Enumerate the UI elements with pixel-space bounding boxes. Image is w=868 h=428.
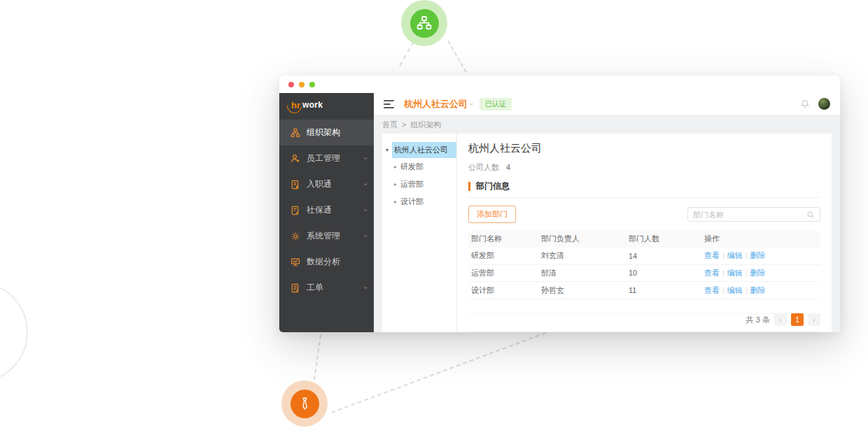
sidebar-item-system-mgmt[interactable]: 系统管理 › — [279, 223, 374, 249]
sidebar-item-label: 工单 — [307, 282, 323, 294]
main-panel: 杭州人社云公司 公司人数4 部门信息 添加部门 — [457, 134, 832, 332]
sidebar-item-label: 组织架构 — [307, 127, 340, 138]
section-title-dept-info: 部门信息 — [468, 182, 820, 191]
chevron-down-icon[interactable]: › — [468, 103, 475, 105]
org-structure-icon — [290, 128, 300, 138]
tree-node-label[interactable]: 设计部 — [400, 197, 424, 207]
pagination-page-1[interactable]: 1 — [791, 313, 804, 326]
col-header-actions: 操作 — [704, 234, 820, 244]
dashed-connector — [447, 41, 467, 73]
cell-actions: 查看|编辑|删除 — [704, 285, 820, 296]
org-tree-panel: ▾ 杭州人社云公司 ▸ 研发部 ▸ 运营部 — [382, 134, 457, 332]
breadcrumb-home[interactable]: 首页 — [382, 120, 398, 130]
logo-work-text: work — [302, 100, 323, 110]
divider — [468, 197, 820, 198]
action-separator: | — [722, 269, 724, 277]
work-order-icon — [290, 283, 300, 293]
analytics-icon — [290, 257, 300, 267]
sidebar-item-social-security[interactable]: 社保通 › — [279, 197, 374, 223]
table-toolbar: 添加部门 — [468, 206, 820, 223]
cell-dept-name: 设计部 — [471, 285, 541, 296]
logo-hr-text: hr — [290, 100, 302, 110]
pagination: 共 3 条 ‹ 1 › — [746, 313, 820, 326]
action-separator: | — [722, 251, 724, 259]
system-icon — [290, 231, 300, 241]
breadcrumb: 首页 > 组织架构 — [382, 115, 832, 134]
tree-node-company[interactable]: ▾ 杭州人社云公司 — [382, 142, 456, 158]
delete-link[interactable]: 删除 — [750, 269, 766, 277]
decor-green-circle — [401, 0, 447, 46]
sidebar-item-onboarding[interactable]: 入职通 › — [279, 171, 374, 197]
view-link[interactable]: 查看 — [704, 251, 720, 259]
delete-link[interactable]: 删除 — [750, 286, 766, 294]
zoom-window-button[interactable] — [309, 82, 315, 87]
minimize-window-button[interactable] — [299, 82, 304, 87]
caret-down-icon[interactable]: ▾ — [386, 147, 392, 153]
bell-icon[interactable] — [800, 99, 810, 109]
page-title: 杭州人社云公司 — [468, 142, 820, 155]
close-window-button[interactable] — [288, 82, 294, 87]
edit-link[interactable]: 编辑 — [727, 286, 743, 294]
dashed-connector — [331, 327, 559, 413]
tree-node-dept[interactable]: ▸ 运营部 — [382, 176, 456, 193]
cell-dept-manager: 孙哲玄 — [541, 285, 629, 296]
app-window: hr work 组织架构 — [279, 76, 840, 332]
view-link[interactable]: 查看 — [704, 286, 720, 294]
sidebar-item-work-order[interactable]: 工单 › — [279, 275, 374, 301]
tree-node-label[interactable]: 研发部 — [400, 162, 424, 172]
tree-node-dept[interactable]: ▸ 研发部 — [382, 158, 456, 176]
edit-link[interactable]: 编辑 — [727, 269, 743, 277]
cell-dept-count: 14 — [629, 252, 704, 260]
action-separator: | — [746, 286, 748, 294]
headcount-value: 4 — [506, 163, 510, 171]
add-department-button[interactable]: 添加部门 — [468, 206, 516, 223]
sidebar-item-org-structure[interactable]: 组织架构 — [279, 120, 374, 145]
table-row: 研发部 刘玄清 14 查看|编辑|删除 — [468, 248, 820, 265]
sidebar-item-employee-mgmt[interactable]: 员工管理 › — [279, 145, 374, 171]
tree-node-dept[interactable]: ▸ 设计部 — [382, 193, 456, 211]
tree-node-label[interactable]: 运营部 — [400, 179, 424, 190]
delete-link[interactable]: 删除 — [750, 251, 766, 259]
cell-dept-name: 运营部 — [471, 268, 541, 278]
dashed-connector — [399, 41, 414, 66]
breadcrumb-current: 组织架构 — [410, 120, 441, 130]
department-search — [687, 207, 820, 222]
sidebar-menu: 组织架构 员工管理 › — [279, 120, 374, 301]
necktie-icon — [290, 390, 319, 418]
company-selector[interactable]: 杭州人社云公司 — [404, 98, 468, 110]
caret-right-icon[interactable]: ▸ — [394, 199, 400, 205]
app-logo: hr work — [279, 93, 374, 117]
chevron-down-icon: › — [362, 209, 370, 211]
col-header-dept-manager: 部门负责人 — [541, 234, 629, 244]
sidebar-item-label: 系统管理 — [307, 230, 340, 242]
sitemap-icon — [410, 9, 439, 38]
app-header: 杭州人社云公司 › 已认证 — [374, 93, 840, 115]
table-row: 设计部 孙哲玄 11 查看|编辑|删除 — [468, 282, 820, 299]
menu-fold-icon[interactable] — [384, 100, 394, 108]
search-icon[interactable] — [806, 211, 815, 219]
social-security-icon — [290, 206, 300, 215]
cell-dept-manager: 刘玄清 — [541, 250, 629, 261]
chevron-down-icon: › — [362, 157, 370, 159]
view-link[interactable]: 查看 — [704, 269, 720, 277]
department-search-input[interactable] — [693, 211, 806, 219]
table-header-row: 部门名称 部门负责人 部门人数 操作 — [468, 231, 820, 248]
action-separator: | — [746, 251, 748, 259]
chevron-down-icon: › — [362, 183, 370, 185]
tree-node-label[interactable]: 杭州人社云公司 — [392, 142, 456, 158]
avatar[interactable] — [818, 98, 830, 110]
sidebar-item-data-analytics[interactable]: 数据分析 — [279, 249, 374, 275]
edit-link[interactable]: 编辑 — [727, 251, 743, 259]
caret-right-icon[interactable]: ▸ — [394, 181, 400, 187]
caret-right-icon[interactable]: ▸ — [394, 164, 400, 170]
pagination-next-button[interactable]: › — [808, 313, 820, 326]
decor-arc — [0, 282, 28, 383]
action-separator: | — [746, 269, 748, 277]
col-header-dept-count: 部门人数 — [629, 234, 704, 244]
cell-dept-name: 研发部 — [471, 250, 541, 261]
page: hr work 组织架构 — [0, 0, 868, 428]
headcount-label: 公司人数 — [468, 163, 499, 171]
dashed-connector — [314, 335, 321, 380]
pagination-prev-button[interactable]: ‹ — [774, 313, 787, 326]
employee-icon — [290, 154, 300, 164]
